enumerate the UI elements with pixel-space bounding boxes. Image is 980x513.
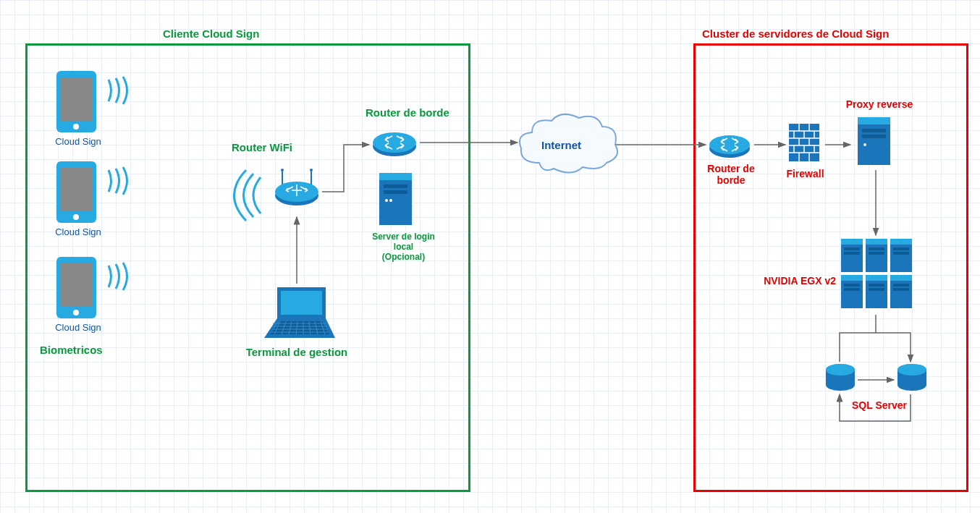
proxy-label: Proxy reverse	[840, 98, 919, 110]
edge-router-label-cluster: Router de borde	[702, 163, 760, 186]
svg-rect-76	[893, 252, 909, 255]
router-icon	[706, 129, 756, 161]
gpu-label: NVIDIA EGX v2	[745, 275, 836, 287]
svg-point-58	[863, 143, 866, 146]
svg-point-36	[709, 135, 750, 154]
server-icon	[856, 116, 896, 168]
svg-rect-81	[893, 284, 909, 287]
svg-rect-74	[869, 252, 884, 255]
arrow-egx-to-dbs	[840, 315, 911, 362]
svg-rect-55	[858, 117, 890, 124]
svg-rect-80	[869, 288, 884, 291]
svg-rect-72	[844, 252, 860, 255]
internet-label: Internet	[541, 139, 581, 151]
svg-rect-79	[869, 284, 884, 287]
svg-point-86	[897, 364, 926, 376]
svg-point-84	[826, 364, 855, 376]
svg-rect-37	[789, 124, 819, 161]
firewall-icon	[787, 122, 824, 166]
svg-rect-66	[841, 275, 863, 281]
svg-rect-64	[890, 239, 912, 245]
svg-rect-77	[844, 284, 860, 287]
svg-rect-56	[862, 129, 886, 132]
database-icon	[895, 363, 929, 394]
svg-rect-71	[844, 247, 860, 250]
arrow-wifi-to-edge	[322, 145, 369, 192]
svg-rect-62	[866, 239, 887, 245]
svg-rect-82	[893, 288, 909, 291]
svg-rect-75	[893, 247, 909, 250]
svg-rect-68	[866, 275, 887, 281]
database-icon	[824, 363, 857, 394]
svg-rect-60	[841, 239, 863, 245]
firewall-label: Firewall	[782, 168, 829, 179]
svg-rect-73	[869, 247, 884, 250]
svg-rect-70	[890, 275, 912, 281]
svg-rect-57	[862, 135, 886, 138]
svg-rect-78	[844, 288, 860, 291]
server-rack-icon	[840, 237, 919, 313]
db-label: SQL Server	[843, 399, 916, 411]
